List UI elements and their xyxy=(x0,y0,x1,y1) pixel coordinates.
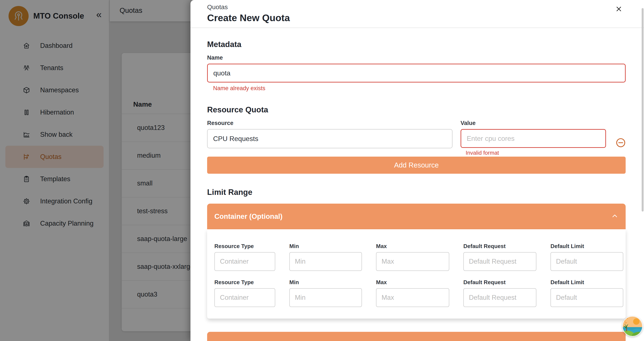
chevron-up-icon xyxy=(612,214,618,219)
modal-scrollbar-thumb[interactable] xyxy=(642,8,644,211)
resource-quota-heading: Resource Quota xyxy=(207,105,626,114)
value-input[interactable] xyxy=(460,129,606,148)
value-label: Value xyxy=(460,120,606,127)
default-request-input[interactable] xyxy=(463,288,536,307)
value-error: Invalid format xyxy=(466,150,606,156)
default-limit-label: Default Limit xyxy=(550,279,623,286)
resource-row: Resource CPU Requests Value Invalid form… xyxy=(207,120,626,156)
min-input[interactable] xyxy=(289,288,362,307)
min-input[interactable] xyxy=(289,252,362,271)
container-section-header[interactable]: Container (Optional) xyxy=(207,204,626,229)
resource-type-label: Resource Type xyxy=(214,243,275,249)
default-limit-label: Default Limit xyxy=(550,243,623,249)
name-error: Name already exists xyxy=(213,85,626,92)
resource-select[interactable]: CPU Requests xyxy=(207,129,452,148)
default-request-label: Default Request xyxy=(463,243,536,249)
name-input[interactable] xyxy=(207,64,626,83)
metadata-heading: Metadata xyxy=(207,40,626,49)
close-icon[interactable] xyxy=(614,4,624,14)
add-resource-button[interactable]: Add Resource xyxy=(207,157,626,174)
min-label: Min xyxy=(289,243,362,249)
beach-sticker-icon[interactable] xyxy=(622,316,643,336)
resource-type-input[interactable] xyxy=(214,252,275,271)
limit-range-row: Resource Type Min Max Default Request De… xyxy=(214,279,626,307)
remove-resource-button[interactable] xyxy=(616,138,626,148)
container-section-body: Resource Type Min Max Default Request De… xyxy=(207,229,626,318)
min-label: Min xyxy=(289,279,362,286)
limit-range-row: Resource Type Min Max Default Request De… xyxy=(214,243,626,271)
max-input[interactable] xyxy=(376,288,449,307)
resource-label: Resource xyxy=(207,120,452,127)
modal-content: Metadata Name Name already exists Resour… xyxy=(190,29,644,341)
pod-section-header[interactable]: Pod (Optional) xyxy=(207,332,626,341)
resource-type-label: Resource Type xyxy=(214,279,275,286)
modal-title: Create New Quota xyxy=(207,13,644,24)
max-input[interactable] xyxy=(376,252,449,271)
resource-type-input[interactable] xyxy=(214,288,275,307)
max-label: Max xyxy=(376,279,449,286)
container-section-title: Container (Optional) xyxy=(214,212,282,220)
modal-breadcrumb: Quotas xyxy=(207,4,644,11)
name-label: Name xyxy=(207,55,626,61)
default-limit-input[interactable] xyxy=(550,288,623,307)
create-quota-modal: Quotas Create New Quota Metadata Name Na… xyxy=(190,0,644,341)
default-limit-input[interactable] xyxy=(550,252,623,271)
default-request-input[interactable] xyxy=(463,252,536,271)
limit-range-heading: Limit Range xyxy=(207,188,626,197)
max-label: Max xyxy=(376,243,449,249)
default-request-label: Default Request xyxy=(463,279,536,286)
modal-header: Quotas Create New Quota xyxy=(190,0,644,28)
